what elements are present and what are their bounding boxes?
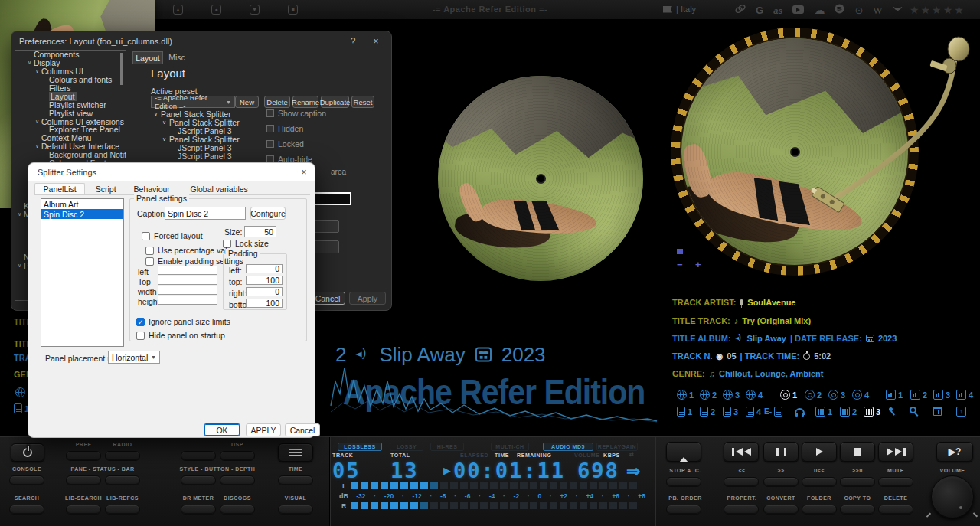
button-row2-5[interactable]: [278, 475, 313, 485]
button-radio[interactable]: [105, 451, 140, 461]
button-convert[interactable]: [763, 505, 799, 515]
tab-misc[interactable]: Misc: [165, 51, 189, 64]
rating-stars[interactable]: ★★★★★: [910, 3, 965, 17]
tree-item-context-menu[interactable]: Context Menu: [15, 134, 126, 142]
button-lib-search[interactable]: [66, 505, 101, 515]
seek-arrows-icon[interactable]: ⇒: [626, 462, 640, 482]
tree-item-playlist-view[interactable]: Playlist view: [15, 109, 126, 117]
padding-input-bottom[interactable]: 100: [246, 299, 283, 308]
button-copy-to[interactable]: [840, 505, 875, 515]
play-help-button[interactable]: ▶?: [936, 442, 973, 462]
youtube-icon[interactable]: [792, 3, 804, 17]
panel-tree-item[interactable]: JScript Panel 3: [151, 143, 266, 152]
google-icon[interactable]: G: [756, 3, 763, 17]
button-row2-4[interactable]: [220, 475, 255, 485]
button-dr-meter[interactable]: [181, 505, 216, 515]
duplicate-button[interactable]: Duplicate: [321, 96, 349, 108]
chart-link-2[interactable]: 2: [910, 390, 927, 400]
apply-button[interactable]: Apply: [349, 292, 386, 305]
show-caption-checkbox[interactable]: Show caption: [266, 109, 358, 118]
active-preset-select[interactable]: -= Apache Refer Edition =- ▼: [151, 96, 235, 108]
mixer-link-1[interactable]: 1: [815, 407, 832, 417]
size-input[interactable]: 50: [244, 226, 276, 237]
disc-link-1[interactable]: 1: [780, 390, 797, 400]
star-icon[interactable]: ★★★★★: [910, 4, 965, 16]
tab-global-variables[interactable]: Global variables: [178, 183, 260, 195]
play-button[interactable]: [802, 442, 837, 462]
info-value-2[interactable]: 2023: [878, 334, 897, 343]
info-value[interactable]: 05: [727, 351, 736, 361]
tree-item-colours-and-fonts[interactable]: Colours and fonts: [15, 76, 126, 84]
tree-item-default-user-interface[interactable]: ∨Default User Interface: [15, 142, 126, 151]
spotify-icon[interactable]: [835, 3, 844, 17]
placement-select[interactable]: Horizontal ▼: [108, 351, 160, 364]
locked-checkbox[interactable]: Locked: [266, 139, 358, 149]
button-row2-2[interactable]: [105, 475, 140, 485]
forced-layout-checkbox[interactable]: Forced layout: [142, 231, 203, 240]
tree-item-filters[interactable]: Filters: [15, 84, 126, 93]
deck-zoom-in-button[interactable]: +: [695, 259, 701, 270]
tab-layout[interactable]: Layout: [132, 51, 163, 64]
pin-link[interactable]: [887, 407, 890, 410]
wikipedia-icon[interactable]: W: [873, 3, 882, 17]
button-row2-3[interactable]: [181, 475, 216, 485]
button-folder[interactable]: [802, 505, 837, 515]
button-pb-order[interactable]: [666, 505, 701, 515]
help-button[interactable]: ?: [347, 36, 359, 47]
padding-input-left[interactable]: 0: [246, 264, 283, 273]
panel-tree-item[interactable]: JScript Panel 3: [151, 152, 266, 160]
disc-link-4[interactable]: 4: [852, 390, 869, 400]
tree-item-columns-ui-extensions[interactable]: ∨Columns UI extensions: [15, 117, 126, 126]
ignore-limits-checkbox[interactable]: ✓Ignore panel size limits: [136, 317, 230, 326]
button-dsp[interactable]: [181, 451, 216, 461]
pause-button[interactable]: [763, 442, 799, 462]
chart-link-4[interactable]: 4: [956, 390, 973, 400]
deezer-icon[interactable]: ⊙: [854, 3, 863, 17]
button-discogs[interactable]: [220, 505, 255, 515]
hidden-checkbox[interactable]: Hidden: [266, 124, 358, 133]
info-value[interactable]: SoulAvenue: [747, 298, 795, 307]
next-button[interactable]: [878, 442, 913, 462]
tonearm[interactable]: [758, 23, 980, 276]
lastfm-icon[interactable]: as: [773, 3, 782, 17]
button--[interactable]: [763, 477, 799, 487]
ok-button[interactable]: OK: [204, 423, 240, 436]
apply-button[interactable]: APPLY: [246, 423, 281, 436]
reset-button[interactable]: Reset: [351, 96, 374, 108]
button-mute[interactable]: [878, 477, 913, 487]
hide-startup-checkbox[interactable]: Hide panel on startup: [136, 331, 225, 340]
tree-item-components[interactable]: Components: [15, 51, 126, 59]
efile-link[interactable]: E-: [764, 407, 782, 417]
button-delete[interactable]: [878, 505, 913, 515]
deck-eq-icon[interactable]: [677, 243, 683, 257]
panel-tree-item[interactable]: ∨Panel Stack Splitter: [151, 118, 266, 126]
close-icon[interactable]: ×: [370, 36, 382, 47]
info-value-2[interactable]: 5:02: [814, 351, 831, 361]
close-icon[interactable]: ×: [298, 167, 310, 178]
tree-item-layout[interactable]: Layout: [15, 92, 126, 100]
globe-link-3[interactable]: 3: [723, 390, 740, 400]
button-row2-0[interactable]: [9, 475, 44, 485]
clipped-button-1[interactable]: [313, 220, 339, 233]
button-lib-refcs[interactable]: [105, 505, 140, 515]
tab-panellist[interactable]: PanelList: [34, 183, 85, 195]
tree-item-explorer-tree-panel[interactable]: Explorer Tree Panel: [15, 126, 126, 134]
link-icon[interactable]: [735, 3, 746, 17]
tree-item-playlist-switcher[interactable]: Playlist switcher: [15, 100, 126, 109]
configure-button[interactable]: Configure: [250, 207, 286, 220]
tree-item-background-and-notifications[interactable]: Background and Notifications: [15, 151, 126, 159]
soundcloud-icon[interactable]: ☁: [814, 3, 825, 17]
file-link-2[interactable]: 2: [700, 407, 715, 417]
volume-knob[interactable]: [931, 475, 974, 518]
info-value[interactable]: Chillout, Lounge, Ambient: [719, 369, 823, 378]
field-input-width[interactable]: [158, 286, 217, 295]
chart-link-1[interactable]: 1: [886, 390, 903, 400]
search-link[interactable]: [910, 407, 916, 413]
globe-link-4[interactable]: 4: [746, 390, 763, 400]
previous-button[interactable]: [724, 442, 759, 462]
field-input-top[interactable]: [158, 276, 217, 285]
panel-tree-item[interactable]: JScript Panel 3: [151, 126, 266, 135]
new-button[interactable]: New: [235, 96, 259, 108]
info-value[interactable]: Slip Away: [747, 334, 786, 343]
cancel-button[interactable]: Cancel: [285, 423, 320, 436]
